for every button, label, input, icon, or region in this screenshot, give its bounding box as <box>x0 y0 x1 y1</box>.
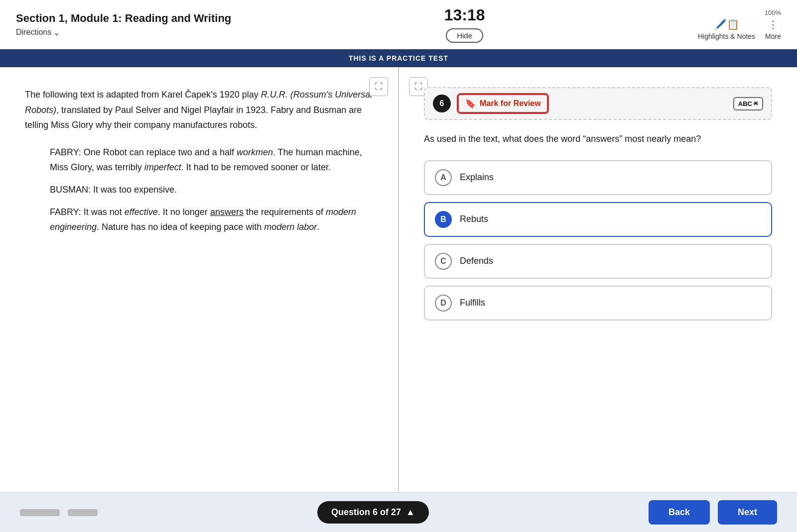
highlights-notes-label: Highlights & Notes <box>698 32 755 40</box>
question-text: As used in the text, what does the word … <box>424 132 772 146</box>
passage-text: The following text is adapted from Karel… <box>25 87 373 235</box>
choice-text-b: Rebuts <box>460 214 488 224</box>
answer-choice-c[interactable]: C Defends <box>424 244 772 279</box>
footer-thumbnail-1 <box>20 509 60 516</box>
chevron-up-icon: ▲ <box>406 507 415 518</box>
mark-review-label: Mark for Review <box>480 99 541 108</box>
more-icon: ⋮ <box>768 18 778 30</box>
header: Section 1, Module 1: Reading and Writing… <box>0 0 797 49</box>
header-actions: 🖊️📋 Highlights & Notes ⋮ More <box>698 18 781 40</box>
highlights-icon: 🖊️📋 <box>714 18 739 30</box>
choice-letter-c: C <box>435 253 452 270</box>
left-panel: ⛶ The following text is adapted from Kar… <box>0 67 399 492</box>
dialogue-fabry-1: FABRY: One Robot can replace two and a h… <box>50 145 373 175</box>
passage-intro: The following text is adapted from Karel… <box>25 87 373 133</box>
back-button[interactable]: Back <box>649 500 710 525</box>
chevron-down-icon: ⌄ <box>53 28 60 37</box>
section-title: Section 1, Module 1: Reading and Writing <box>16 12 231 25</box>
choice-letter-d: D <box>435 295 452 312</box>
header-center: 13:18 Hide <box>444 6 485 43</box>
answer-choice-b[interactable]: B Rebuts <box>424 202 772 237</box>
question-counter-button[interactable]: Question 6 of 27 ▲ <box>317 501 429 524</box>
more-button[interactable]: ⋮ More <box>765 18 781 40</box>
expand-icon: ⛶ <box>375 82 383 91</box>
answer-choice-a[interactable]: A Explains <box>424 160 772 195</box>
strikethrough-icon: ✕ <box>753 100 758 107</box>
question-counter-label: Question 6 of 27 <box>331 507 401 518</box>
choice-text-c: Defends <box>460 256 493 266</box>
main-content: ⛶ The following text is adapted from Kar… <box>0 67 797 492</box>
answer-choice-d[interactable]: D Fulfills <box>424 286 772 320</box>
next-button[interactable]: Next <box>718 500 777 525</box>
battery-indicator: 100% <box>765 9 781 16</box>
question-number-badge: 6 <box>433 95 451 112</box>
bookmark-icon: 🔖 <box>465 98 476 109</box>
footer-left <box>20 509 98 516</box>
directions-button[interactable]: Directions ⌄ <box>16 28 231 37</box>
question-header: 6 🔖 Mark for Review ABC ✕ <box>424 87 772 120</box>
dialogue-fabry-2: FABRY: It was not effective. It no longe… <box>50 205 373 235</box>
highlights-notes-button[interactable]: 🖊️📋 Highlights & Notes <box>698 18 755 40</box>
mark-for-review-button[interactable]: 🔖 Mark for Review <box>458 94 548 113</box>
more-label: More <box>765 32 781 40</box>
footer-thumbnail-2 <box>68 509 98 516</box>
practice-banner: THIS IS A PRACTICE TEST <box>0 49 797 67</box>
abc-label: ABC <box>738 100 752 107</box>
directions-label: Directions <box>16 28 51 37</box>
expand-left-button[interactable]: ⛶ <box>369 77 388 96</box>
header-left: Section 1, Module 1: Reading and Writing… <box>16 12 231 37</box>
choice-letter-a: A <box>435 169 452 186</box>
hide-button[interactable]: Hide <box>446 28 483 43</box>
expand-right-icon: ⛶ <box>414 82 422 91</box>
choice-letter-b: B <box>435 211 452 228</box>
footer-right: Back Next <box>649 500 777 525</box>
choice-text-a: Explains <box>460 172 494 183</box>
choice-text-d: Fulfills <box>460 298 485 308</box>
abc-button[interactable]: ABC ✕ <box>733 97 763 110</box>
footer: Question 6 of 27 ▲ Back Next <box>0 492 797 532</box>
header-right: 100% 🖊️📋 Highlights & Notes ⋮ More <box>698 9 781 40</box>
timer-display: 13:18 <box>444 6 485 24</box>
right-panel: ⛶ 6 🔖 Mark for Review ABC ✕ As used in t… <box>399 67 797 492</box>
dialogue-busman: BUSMAN: It was too expensive. <box>50 182 373 198</box>
